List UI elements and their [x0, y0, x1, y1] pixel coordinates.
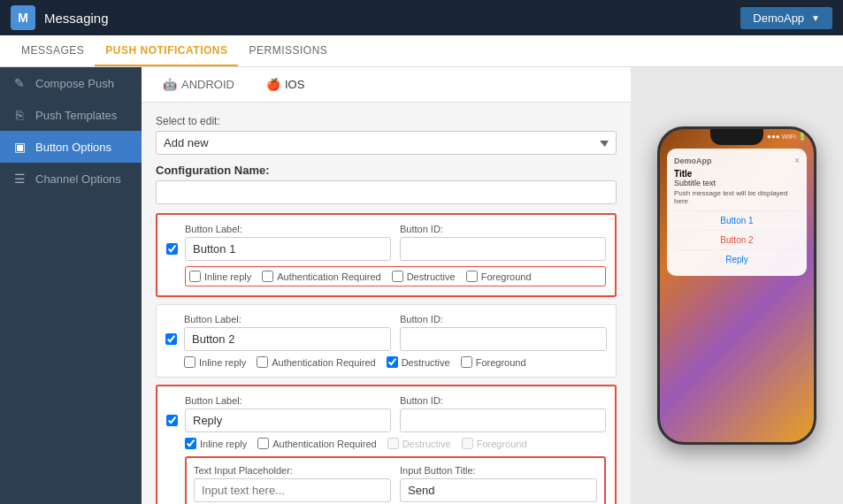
button-1-options-row: Inline reply Authentication Required Des…: [185, 266, 606, 286]
android-icon: 🤖: [163, 78, 177, 91]
button-1-checkbox[interactable]: [166, 243, 178, 255]
notif-btn-2[interactable]: Button 2: [674, 231, 800, 250]
button-1-foreground-checkbox[interactable]: [466, 271, 478, 282]
button-1-inline-reply-checkbox[interactable]: [189, 271, 201, 282]
app-selector[interactable]: DemoApp ▼: [740, 7, 832, 29]
button-1-destructive[interactable]: Destructive: [392, 271, 456, 282]
reply-destructive-checkbox: [387, 438, 399, 449]
button-2-options-row: Inline reply Authentication Required Des…: [184, 356, 607, 368]
phone-screen: ●●● WiFi 🔋 :24 DemoApp × Title Subtitle …: [660, 129, 814, 442]
reply-inline-reply-checkbox[interactable]: [185, 438, 196, 449]
form-area: Select to edit: Add new Configuration Na…: [142, 103, 631, 504]
reply-destructive: Destructive: [387, 438, 451, 449]
phone-mockup: ●●● WiFi 🔋 :24 DemoApp × Title Subtitle …: [657, 126, 816, 445]
app-title: Messaging: [44, 11, 109, 26]
app-logo: M: [11, 5, 35, 30]
button-card-reply: Button Label: Button ID: In: [156, 385, 617, 504]
reply-fields: Button Label: Button ID: In: [185, 395, 606, 504]
content-panel: 🤖 ANDROID 🍎 IOS Select to edit: Add new: [142, 67, 631, 504]
button-2-inline-reply[interactable]: Inline reply: [184, 356, 246, 368]
nav-tabs: MESSAGES PUSH NOTIFICATIONS PERMISSIONS: [0, 35, 843, 67]
button-1-id-input[interactable]: [400, 237, 606, 261]
tab-android[interactable]: 🤖 ANDROID: [156, 74, 241, 95]
button-2-inline-reply-checkbox[interactable]: [184, 356, 195, 368]
phone-notch: [710, 129, 763, 145]
button-2-id-label: Button ID:: [400, 314, 607, 325]
main-layout: ✎ Compose Push ⎘ Push Templates ▣ Button…: [0, 67, 843, 504]
main-content: 🤖 ANDROID 🍎 IOS Select to edit: Add new: [142, 67, 843, 504]
reply-label-group: Button Label:: [185, 395, 391, 432]
current-app-label: DemoApp: [753, 11, 804, 25]
notif-app-name: DemoApp: [674, 157, 712, 165]
tab-messages[interactable]: MESSAGES: [11, 35, 95, 66]
button-2-id-group: Button ID:: [400, 314, 607, 351]
tab-ios[interactable]: 🍎 IOS: [259, 74, 311, 95]
button-1-destructive-checkbox[interactable]: [392, 271, 403, 282]
button-2-fields: Button Label: Button ID: In: [184, 314, 607, 368]
button-1-foreground[interactable]: Foreground: [466, 271, 532, 282]
button-1-label-input[interactable]: [185, 237, 391, 261]
tab-push-notifications[interactable]: PUSH NOTIFICATIONS: [95, 35, 238, 66]
button-1-fields: Button Label: Button ID: In: [185, 224, 606, 286]
notif-body: Push message text will be displayed here: [674, 189, 800, 205]
sidebar-label-button-options: Button Options: [35, 141, 111, 154]
sidebar-item-push-templates[interactable]: ⎘ Push Templates: [0, 99, 142, 131]
config-name-input[interactable]: [156, 180, 617, 204]
button-2-foreground[interactable]: Foreground: [461, 356, 526, 368]
button-1-id-label: Button ID:: [400, 224, 606, 234]
button-2-checkbox[interactable]: [165, 333, 177, 345]
button-2-auth-required[interactable]: Authentication Required: [257, 356, 375, 368]
button-card-2-row: Button Label: Button ID: In: [165, 314, 607, 368]
reply-id-label: Button ID:: [400, 395, 606, 406]
sidebar-item-compose-push[interactable]: ✎ Compose Push: [0, 67, 142, 99]
button-1-auth-required[interactable]: Authentication Required: [262, 271, 380, 282]
reply-checkbox[interactable]: [166, 415, 178, 426]
button-1-id-group: Button ID:: [400, 224, 606, 261]
reply-auth-required[interactable]: Authentication Required: [257, 438, 376, 449]
reply-checkbox-col: [166, 395, 178, 429]
reply-label-input[interactable]: [185, 409, 391, 432]
reply-foreground: Foreground: [462, 438, 527, 449]
reply-auth-checkbox[interactable]: [257, 438, 269, 449]
text-input-placeholder-label: Text Input Placeholder:: [194, 465, 391, 476]
config-name-row: Configuration Name:: [156, 164, 617, 204]
input-button-title-group: Input Button Title:: [400, 465, 597, 502]
tab-permissions[interactable]: PERMISSIONS: [238, 35, 338, 66]
button-1-label-group: Button Label:: [185, 224, 391, 261]
android-label: ANDROID: [181, 78, 234, 91]
button-1-inline-reply[interactable]: Inline reply: [189, 271, 251, 282]
inline-reply-row: Text Input Placeholder: Input Button Tit…: [194, 465, 597, 502]
notif-close-icon[interactable]: ×: [794, 156, 800, 165]
reply-inline-reply[interactable]: Inline reply: [185, 438, 247, 449]
phone-panel: title identifier options inline reply op…: [631, 67, 843, 504]
button-2-destructive[interactable]: Destructive: [387, 356, 450, 368]
button-2-auth-checkbox[interactable]: [257, 356, 268, 368]
notif-btn-reply[interactable]: Reply: [674, 250, 800, 269]
sidebar-label-templates: Push Templates: [35, 109, 117, 122]
sidebar-item-channel-options[interactable]: ☰ Channel Options: [0, 163, 142, 195]
button-2-label-input[interactable]: [184, 327, 391, 351]
select-to-edit-label: Select to edit:: [156, 115, 617, 127]
config-name-label: Configuration Name:: [156, 164, 617, 177]
text-input-placeholder-group: Text Input Placeholder:: [194, 465, 391, 502]
button-2-destructive-checkbox[interactable]: [387, 356, 398, 368]
button-2-id-input[interactable]: [400, 327, 607, 351]
sidebar: ✎ Compose Push ⎘ Push Templates ▣ Button…: [0, 67, 142, 504]
top-bar-left: M Messaging: [11, 5, 109, 30]
text-input-placeholder-input[interactable]: [194, 478, 391, 502]
reply-id-group: Button ID:: [400, 395, 606, 432]
notif-title: Title: [674, 169, 800, 179]
platform-tabs: 🤖 ANDROID 🍎 IOS: [142, 67, 631, 103]
button-2-foreground-checkbox[interactable]: [461, 356, 472, 368]
chevron-down-icon: ▼: [811, 13, 820, 23]
sidebar-item-button-options[interactable]: ▣ Button Options: [0, 131, 142, 163]
phone-status: ●●● WiFi 🔋: [767, 133, 807, 141]
sidebar-label-channel: Channel Options: [35, 172, 121, 186]
reply-id-input[interactable]: [400, 409, 606, 432]
reply-fields-row: Button Label: Button ID:: [185, 395, 606, 432]
select-to-edit-row: Select to edit: Add new: [156, 115, 617, 155]
select-to-edit-dropdown[interactable]: Add new: [156, 131, 617, 155]
input-button-title-input[interactable]: [400, 478, 597, 502]
button-1-auth-checkbox[interactable]: [262, 271, 273, 282]
notif-btn-1[interactable]: Button 1: [674, 211, 800, 231]
